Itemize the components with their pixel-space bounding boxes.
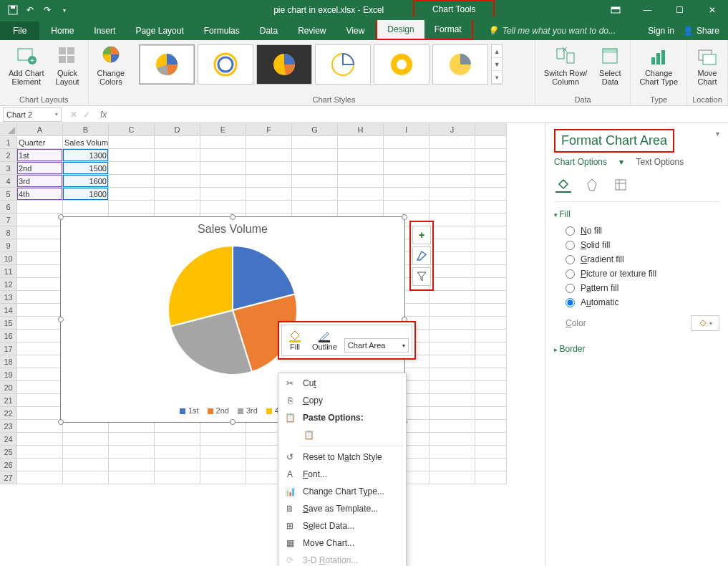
cancel-formula-icon[interactable]: ✕: [70, 110, 77, 120]
formula-input[interactable]: [111, 107, 728, 122]
row-header[interactable]: 5: [0, 188, 17, 201]
radio-solid-fill[interactable]: Solid fill: [554, 238, 719, 252]
col-header[interactable]: E: [200, 123, 246, 136]
cell[interactable]: [292, 188, 338, 201]
minimize-icon[interactable]: —: [631, 0, 664, 20]
tab-file[interactable]: File: [0, 21, 39, 40]
row-header[interactable]: 9: [0, 239, 17, 252]
cell[interactable]: [155, 446, 200, 459]
cell[interactable]: [429, 433, 475, 446]
switch-row-column-button[interactable]: Switch Row/ Column: [540, 43, 592, 87]
cell[interactable]: [109, 162, 155, 175]
cell[interactable]: [384, 136, 429, 149]
row-header[interactable]: 21: [0, 394, 17, 407]
cell[interactable]: [109, 446, 155, 459]
cell[interactable]: [429, 278, 475, 291]
cell[interactable]: [155, 149, 200, 162]
cell[interactable]: [155, 459, 200, 471]
sign-in-link[interactable]: Sign in: [648, 26, 674, 36]
pane-fill-line-icon[interactable]: [555, 177, 571, 193]
cell[interactable]: [200, 459, 246, 471]
cell[interactable]: [475, 368, 507, 381]
cell[interactable]: [475, 304, 507, 317]
legend-item[interactable]: 3rd: [238, 406, 258, 415]
cell[interactable]: [429, 239, 475, 252]
mini-element-selector[interactable]: Chart Area▾: [344, 338, 409, 352]
row-header[interactable]: 13: [0, 291, 17, 304]
cell[interactable]: [109, 136, 155, 149]
cell[interactable]: [292, 175, 338, 188]
cell[interactable]: 1800: [63, 188, 109, 201]
row-header[interactable]: 25: [0, 446, 17, 459]
row-header[interactable]: 14: [0, 304, 17, 317]
cell[interactable]: [429, 368, 475, 381]
cell[interactable]: [475, 214, 507, 226]
cell[interactable]: [429, 226, 475, 239]
cell[interactable]: [17, 368, 63, 381]
cell[interactable]: [17, 252, 63, 265]
cell[interactable]: [429, 149, 475, 162]
cell[interactable]: [429, 201, 475, 214]
cell[interactable]: [155, 201, 200, 214]
cell[interactable]: [246, 175, 292, 188]
move-chart-button[interactable]: Move Chart: [691, 43, 723, 87]
mini-fill-button[interactable]: Fill: [285, 328, 305, 352]
row-header[interactable]: 20: [0, 381, 17, 394]
cell[interactable]: 1600: [63, 175, 109, 188]
cell[interactable]: [17, 381, 63, 394]
cell[interactable]: [246, 149, 292, 162]
cell[interactable]: [338, 175, 384, 188]
maximize-icon[interactable]: ☐: [664, 0, 696, 20]
row-header[interactable]: 8: [0, 226, 17, 239]
cell[interactable]: [338, 136, 384, 149]
cell[interactable]: [475, 188, 507, 201]
cell[interactable]: [17, 278, 63, 291]
chart-title[interactable]: Sales Volume: [61, 217, 404, 239]
cell[interactable]: [475, 471, 507, 484]
cell[interactable]: [155, 188, 200, 201]
tab-review[interactable]: Review: [288, 21, 336, 40]
cell[interactable]: [429, 355, 475, 368]
tab-data[interactable]: Data: [250, 21, 288, 40]
cell[interactable]: [17, 433, 63, 446]
cell[interactable]: [384, 175, 429, 188]
cell[interactable]: [155, 175, 200, 188]
legend-item[interactable]: 1st: [180, 406, 199, 415]
cell[interactable]: [475, 265, 507, 278]
col-header[interactable]: F: [246, 123, 292, 136]
cell[interactable]: [429, 446, 475, 459]
style-thumb-3[interactable]: [256, 44, 312, 85]
radio-no-fill[interactable]: No fill: [554, 224, 719, 238]
cell[interactable]: [384, 201, 429, 214]
cell[interactable]: [17, 355, 63, 368]
select-data-button[interactable]: Select Data: [594, 43, 626, 87]
cell[interactable]: [17, 304, 63, 317]
cell[interactable]: [63, 459, 109, 471]
style-thumb-4[interactable]: [315, 44, 371, 85]
save-icon[interactable]: [6, 3, 20, 17]
row-header[interactable]: 22: [0, 407, 17, 420]
chart-style-gallery[interactable]: ▲▼▾: [137, 43, 530, 86]
tab-formulas[interactable]: Formulas: [194, 21, 250, 40]
cell[interactable]: [292, 201, 338, 214]
row-header[interactable]: 2: [0, 149, 17, 162]
cell[interactable]: [475, 330, 507, 342]
cell[interactable]: [429, 188, 475, 201]
quick-layout-button[interactable]: Quick Layout: [52, 43, 84, 87]
cell[interactable]: [200, 149, 246, 162]
col-header[interactable]: G: [292, 123, 338, 136]
cell[interactable]: [475, 136, 507, 149]
cell[interactable]: [475, 407, 507, 420]
chart-styles-button[interactable]: [412, 246, 431, 265]
cell[interactable]: [384, 188, 429, 201]
cell[interactable]: [155, 136, 200, 149]
col-header[interactable]: C: [109, 123, 155, 136]
cell[interactable]: [429, 162, 475, 175]
style-thumb-5[interactable]: [374, 44, 429, 85]
row-header[interactable]: 4: [0, 175, 17, 188]
legend-item[interactable]: 2nd: [208, 406, 229, 415]
cell[interactable]: [429, 471, 475, 484]
cell[interactable]: [17, 394, 63, 407]
cell[interactable]: [475, 381, 507, 394]
qat-dropdown-icon[interactable]: ▾: [57, 3, 72, 17]
